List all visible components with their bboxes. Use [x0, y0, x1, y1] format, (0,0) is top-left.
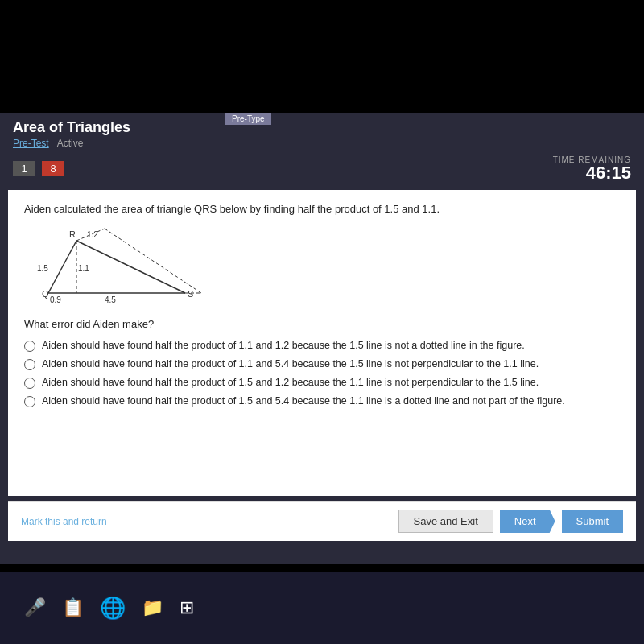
radio-2[interactable]	[24, 359, 35, 370]
option-text-1: Aiden should have found half the product…	[42, 340, 525, 351]
page-badge[interactable]: 8	[42, 161, 64, 176]
question-text: Aiden calculated the area of triangle QR…	[24, 203, 620, 215]
header-bar: Area of Triangles Pre-Test Active	[0, 113, 644, 152]
svg-text:1.1: 1.1	[78, 264, 89, 273]
page-number-box[interactable]: 1	[13, 161, 35, 176]
radio-1[interactable]	[24, 341, 35, 352]
breadcrumb: Pre-Test Active	[13, 138, 631, 149]
radio-3[interactable]	[24, 378, 35, 389]
answer-options: Aiden should have found half the product…	[24, 340, 620, 407]
option-row-3[interactable]: Aiden should have found half the product…	[24, 377, 620, 389]
edge-browser-icon[interactable]: 🌐	[100, 596, 126, 621]
svg-text:Q: Q	[42, 289, 49, 299]
svg-text:1.5: 1.5	[37, 264, 48, 273]
save-exit-button[interactable]: Save and Exit	[398, 510, 493, 533]
taskbar: 🎤 📋 🌐 📁 ⊞	[0, 572, 644, 644]
svg-text:S: S	[188, 289, 193, 299]
option-row-1[interactable]: Aiden should have found half the product…	[24, 340, 620, 352]
svg-text:R: R	[69, 229, 76, 239]
radio-4[interactable]	[24, 396, 35, 407]
breadcrumb-active: Active	[57, 138, 84, 149]
svg-line-1	[48, 241, 76, 293]
option-text-3: Aiden should have found half the product…	[42, 377, 539, 388]
svg-line-2	[76, 241, 185, 293]
option-text-2: Aiden should have found half the product…	[42, 358, 539, 369]
screen-area: Area of Triangles Pre-Test Active 1 8 TI…	[0, 113, 644, 564]
submit-button[interactable]: Submit	[562, 510, 623, 533]
footer-bar: Mark this and return Save and Exit Next …	[8, 501, 636, 541]
microphone-icon[interactable]: 🎤	[24, 597, 46, 618]
next-button[interactable]: Next	[500, 510, 555, 533]
svg-text:0.9: 0.9	[50, 295, 61, 304]
breadcrumb-pretest[interactable]: Pre-Test	[13, 138, 49, 149]
svg-text:4.5: 4.5	[105, 295, 116, 304]
file-explorer-icon[interactable]: 📋	[62, 597, 84, 618]
question-prompt: What error did Aiden make?	[24, 318, 620, 330]
triangle-svg: Q S R 1.2 1.5 1.1 0.9 4.5	[32, 225, 201, 313]
svg-text:1.2: 1.2	[87, 230, 98, 239]
triangle-diagram: Q S R 1.2 1.5 1.1 0.9 4.5	[32, 225, 193, 305]
folder-icon[interactable]: 📁	[142, 597, 163, 618]
mark-return-link[interactable]: Mark this and return	[21, 516, 107, 527]
time-value: 46:15	[553, 164, 631, 182]
option-text-4: Aiden should have found half the product…	[42, 395, 565, 407]
apps-icon[interactable]: ⊞	[180, 597, 194, 618]
app-title: Area of Triangles	[13, 119, 631, 136]
option-row-2[interactable]: Aiden should have found half the product…	[24, 358, 620, 370]
content-area: Aiden calculated the area of triangle QR…	[8, 190, 636, 496]
option-row-4[interactable]: Aiden should have found half the product…	[24, 395, 620, 407]
pre-type-badge: Pre-Type	[225, 113, 271, 125]
nav-bar: 1 8 TIME REMAINING 46:15	[0, 152, 644, 185]
footer-buttons: Save and Exit Next Submit	[398, 510, 623, 533]
time-remaining-block: TIME REMAINING 46:15	[553, 155, 631, 182]
